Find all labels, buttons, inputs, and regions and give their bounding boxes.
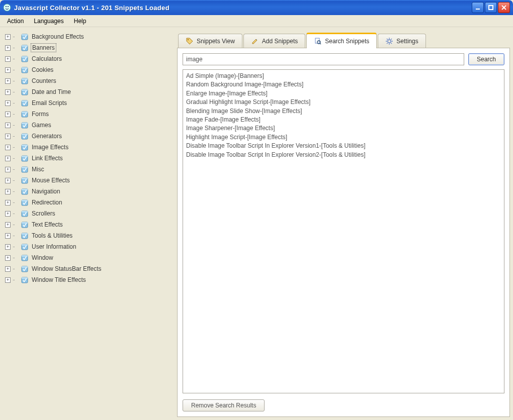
expand-icon[interactable]: + — [5, 134, 11, 139]
search-result-item[interactable]: Ad Simple (Image)-[Banners] — [186, 72, 501, 80]
expand-icon[interactable]: + — [5, 244, 11, 250]
tree-item-label: Window — [31, 254, 54, 262]
svg-rect-28 — [22, 145, 28, 146]
search-result-item[interactable]: Random Background Image-[Image Effects] — [186, 80, 501, 89]
tree-item[interactable]: +···Counters — [5, 75, 172, 86]
expand-icon[interactable]: + — [5, 266, 11, 272]
tree-item[interactable]: +···Navigation — [5, 186, 172, 197]
remove-results-button[interactable]: Remove Search Results — [183, 399, 265, 411]
tree-item[interactable]: +···Forms — [5, 109, 172, 120]
search-result-item[interactable]: Highlight Image Script-[Image Effects] — [186, 133, 501, 142]
tree-item[interactable]: +···User Information — [5, 241, 172, 252]
tree-connector: ··· — [13, 79, 19, 83]
tree-item-label: Email Scripts — [31, 99, 68, 107]
expand-icon[interactable]: + — [5, 189, 11, 194]
svg-rect-32 — [22, 167, 28, 168]
expand-icon[interactable]: + — [5, 200, 11, 205]
svg-rect-8 — [22, 34, 28, 36]
expand-icon[interactable]: + — [5, 34, 11, 40]
tree-item[interactable]: +···Email Scripts — [5, 97, 172, 109]
search-result-item[interactable]: Gradual Highlight Image Script-[Image Ef… — [186, 98, 501, 107]
folder-icon — [21, 33, 29, 41]
tree-item-label: Calculators — [31, 55, 63, 63]
expand-icon[interactable]: + — [5, 178, 11, 183]
tree-item[interactable]: +···Generators — [5, 131, 172, 142]
main-panel: Snippets ViewAdd SnippetsSearch Snippets… — [177, 30, 510, 417]
search-result-item[interactable]: Enlarge Image-[Image Effects] — [186, 89, 501, 98]
tree-item[interactable]: +···Window Title Effects — [5, 274, 172, 285]
expand-icon[interactable]: + — [5, 78, 11, 84]
expand-icon[interactable]: + — [5, 100, 11, 106]
tree-item[interactable]: +···Mouse Effects — [5, 175, 172, 186]
expand-icon[interactable]: + — [5, 211, 11, 217]
tree-item[interactable]: +···Window StatusBar Effects — [5, 263, 172, 274]
tab-search-snippets[interactable]: Search Snippets — [306, 33, 377, 48]
menu-languages[interactable]: Languages — [29, 16, 68, 26]
tab-settings[interactable]: Settings — [378, 34, 425, 48]
gear-icon — [385, 37, 393, 45]
svg-rect-44 — [22, 233, 28, 235]
search-result-item[interactable]: Blending Image Slide Show-[Image Effects… — [186, 107, 501, 116]
expand-icon[interactable]: + — [5, 156, 11, 161]
search-result-item[interactable]: Image Sharpener-[Image Effects] — [186, 124, 501, 133]
tree-connector: ··· — [13, 156, 19, 161]
search-results-list[interactable]: Ad Simple (Image)-[Banners]Random Backgr… — [183, 69, 504, 393]
search-button[interactable]: Search — [468, 53, 504, 65]
tree-item-label: Window StatusBar Effects — [31, 265, 103, 273]
maximize-button[interactable] — [485, 2, 497, 13]
tree-item[interactable]: +···Banners — [5, 42, 172, 53]
folder-icon — [21, 99, 29, 107]
expand-icon[interactable]: + — [5, 89, 11, 95]
tab-add-snippets[interactable]: Add Snippets — [243, 34, 305, 48]
tree-item-label: Background Effects — [31, 33, 85, 41]
expand-icon[interactable]: + — [5, 56, 11, 62]
content-area: +···Background Effects+···Banners+···Cal… — [0, 27, 513, 420]
expand-icon[interactable]: + — [5, 145, 11, 150]
tree-item[interactable]: +···Link Effects — [5, 153, 172, 164]
expand-icon[interactable]: + — [5, 277, 11, 283]
minimize-button[interactable] — [472, 2, 484, 13]
expand-icon[interactable]: + — [5, 112, 11, 117]
expand-icon[interactable]: + — [5, 45, 11, 51]
tree-item[interactable]: +···Text Effects — [5, 219, 172, 230]
svg-rect-30 — [22, 156, 28, 157]
tree-item[interactable]: +···Redirection — [5, 197, 172, 208]
search-result-item[interactable]: Disable Image Toolbar Script In Explorer… — [186, 151, 501, 159]
category-tree[interactable]: +···Background Effects+···Banners+···Cal… — [3, 30, 174, 417]
svg-line-65 — [387, 43, 388, 44]
tree-item[interactable]: +···Games — [5, 120, 172, 131]
expand-icon[interactable]: + — [5, 222, 11, 228]
tree-item[interactable]: +···Misc — [5, 164, 172, 175]
svg-point-57 — [388, 40, 391, 43]
tree-item[interactable]: +···Background Effects — [5, 31, 172, 42]
tree-item[interactable]: +···Image Effects — [5, 142, 172, 153]
tab-snippets-view[interactable]: Snippets View — [178, 34, 242, 48]
tree-connector: ··· — [13, 189, 19, 194]
expand-icon[interactable]: + — [5, 167, 11, 172]
tree-item[interactable]: +···Tools & Utilities — [5, 230, 172, 241]
svg-rect-34 — [22, 178, 28, 179]
expand-icon[interactable]: + — [5, 123, 11, 128]
tree-item[interactable]: +···Calculators — [5, 53, 172, 64]
tree-item[interactable]: +···Scrollers — [5, 208, 172, 219]
tree-item-label: Generators — [31, 132, 63, 140]
close-button[interactable] — [498, 2, 510, 13]
tree-item[interactable]: +···Date and Time — [5, 86, 172, 97]
menu-help[interactable]: Help — [69, 16, 92, 26]
tree-connector: ··· — [13, 68, 19, 72]
search-result-item[interactable]: Image Fade-[Image Effects] — [186, 116, 501, 124]
folder-icon — [21, 121, 29, 129]
folder-icon — [21, 77, 29, 85]
expand-icon[interactable]: + — [5, 233, 11, 239]
expand-icon[interactable]: + — [5, 67, 11, 73]
search-result-item[interactable]: Disable Image Toolbar Script In Explorer… — [186, 142, 501, 150]
tree-item[interactable]: +···Cookies — [5, 64, 172, 75]
edit-icon — [251, 37, 259, 45]
menu-action[interactable]: Action — [2, 16, 29, 26]
tree-connector: ··· — [13, 278, 19, 282]
svg-rect-22 — [22, 112, 28, 113]
svg-rect-18 — [22, 89, 28, 91]
tree-item[interactable]: +···Window — [5, 252, 172, 263]
expand-icon[interactable]: + — [5, 255, 11, 261]
search-input[interactable] — [183, 53, 464, 65]
